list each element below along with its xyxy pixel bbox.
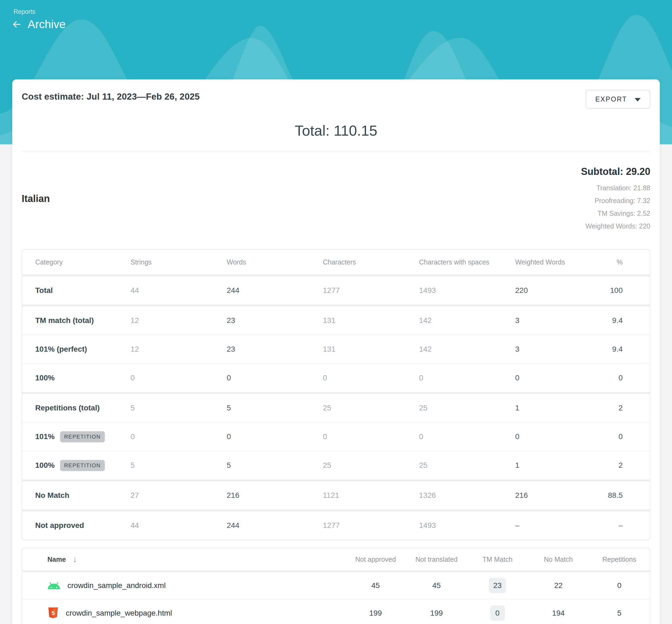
tm-match-badge: 23	[489, 578, 506, 593]
export-button-label: EXPORT	[595, 95, 627, 103]
words-value: 5	[227, 461, 323, 470]
characters-with-spaces-value: 0	[419, 432, 515, 441]
report-title: Cost estimate: Jul 11, 2023—Feb 26, 2025	[22, 92, 200, 102]
category-label: No Match	[35, 491, 69, 500]
words-value: 244	[227, 521, 323, 530]
category-cell: TM match (total)	[35, 316, 130, 325]
translation-cost: Translation: 21.88	[581, 182, 650, 194]
column-not-approved: Not approved	[345, 555, 406, 563]
repetitions-value: 0	[589, 581, 650, 590]
characters-with-spaces-value: 142	[419, 345, 515, 354]
subtotal-stack: Subtotal: 29.20 Translation: 21.88 Proof…	[581, 166, 650, 233]
column-not-translated: Not translated	[406, 555, 467, 563]
android-file-icon	[47, 581, 60, 590]
percent-value: –	[596, 521, 623, 530]
strings-value: 44	[130, 286, 227, 295]
characters-with-spaces-value: 142	[419, 316, 515, 325]
column-percent: %	[596, 258, 623, 266]
weighted-words-value: 3	[515, 316, 596, 325]
column-words: Words	[227, 258, 323, 266]
repetition-badge: REPETITION	[60, 431, 105, 442]
repetitions-value: 5	[589, 609, 650, 618]
file-name[interactable]: crowdin_sample_android.xml	[68, 581, 166, 590]
percent-value: 100	[596, 286, 623, 295]
category-table-row: 101% REPETITION 0 0 0 0 0 0	[22, 423, 650, 451]
column-characters-with-spaces: Characters with spaces	[419, 258, 515, 266]
strings-value: 44	[130, 521, 227, 530]
category-cell: Repetitions (total)	[35, 404, 130, 412]
subtotal-label: Subtotal:	[581, 166, 623, 177]
no-match-value: 194	[528, 609, 589, 618]
category-table-row: 100% 0 0 0 0 0 0	[22, 364, 650, 394]
column-name-sort[interactable]: Name ↓	[47, 555, 345, 564]
language-name: Italian	[22, 193, 50, 204]
words-value: 5	[227, 404, 323, 412]
column-name: Name	[47, 555, 66, 563]
characters-value: 0	[323, 373, 419, 382]
weighted-words-value: 216	[515, 491, 596, 500]
weighted-words-value: 1	[515, 461, 596, 470]
file-name[interactable]: crowdin_sample_webpage.html	[66, 609, 172, 618]
percent-value: 0	[596, 373, 623, 382]
category-table-row: 101% (perfect) 12 23 131 142 3 9.4	[22, 335, 650, 364]
characters-with-spaces-value: 25	[419, 404, 515, 412]
characters-with-spaces-value: 0	[419, 373, 515, 382]
not-approved-value: 45	[345, 581, 406, 590]
percent-value: 88.5	[596, 491, 623, 500]
category-table-row: TM match (total) 12 23 131 142 3 9.4	[22, 307, 650, 335]
breadcrumb[interactable]: Reports	[14, 8, 35, 16]
column-tm-match: TM Match	[467, 555, 528, 563]
tm-match-cell: 23	[467, 578, 528, 593]
back-arrow-icon[interactable]	[11, 19, 22, 29]
not-approved-value: 199	[345, 609, 406, 618]
category-cell: Total	[35, 286, 130, 295]
category-label: 100%	[35, 461, 55, 470]
category-cell: 101% (perfect)	[35, 345, 130, 354]
characters-value: 25	[323, 461, 419, 470]
repetition-badge: REPETITION	[60, 460, 105, 471]
file-row[interactable]: crowdin_sample_android.xml 45 45 23 22 0	[22, 572, 650, 600]
characters-value: 131	[323, 345, 419, 354]
category-table-row: Total 44 244 1277 1493 220 100	[22, 277, 650, 307]
characters-value: 25	[323, 404, 419, 412]
export-button[interactable]: EXPORT	[586, 90, 650, 108]
tm-savings: TM Savings: 2.52	[581, 207, 650, 220]
not-translated-value: 199	[406, 609, 467, 618]
characters-with-spaces-value: 25	[419, 461, 515, 470]
back-to-archive-link[interactable]: Archive	[11, 18, 66, 31]
page-title: Archive	[28, 18, 66, 31]
sort-descending-icon[interactable]: ↓	[73, 555, 77, 564]
weighted-words-value: 220	[515, 286, 596, 295]
files-table: Name ↓ Not approved Not translated TM Ma…	[22, 548, 650, 624]
characters-value: 1121	[323, 491, 419, 500]
strings-value: 12	[130, 316, 227, 325]
characters-value: 131	[323, 316, 419, 325]
category-table: Category Strings Words Characters Charac…	[22, 249, 650, 540]
strings-value: 12	[130, 345, 227, 354]
file-name-cell: 5 crowdin_sample_webpage.html	[47, 607, 345, 620]
column-category: Category	[35, 258, 130, 266]
category-label: TM match (total)	[35, 316, 94, 325]
strings-value: 27	[130, 491, 227, 500]
category-table-row: Repetitions (total) 5 5 25 25 1 2	[22, 394, 650, 423]
html-file-icon: 5	[47, 607, 59, 620]
cost-estimate-card: Cost estimate: Jul 11, 2023—Feb 26, 2025…	[12, 79, 660, 624]
file-row[interactable]: 5 crowdin_sample_webpage.html 199 199 0 …	[22, 600, 650, 624]
column-repetitions: Repetitions	[589, 555, 650, 563]
language-section: Italian Subtotal: 29.20 Translation: 21.…	[22, 152, 650, 249]
characters-with-spaces-value: 1493	[419, 286, 515, 295]
words-value: 244	[227, 286, 323, 295]
column-characters: Characters	[323, 258, 419, 266]
file-name-cell: crowdin_sample_android.xml	[47, 581, 345, 590]
characters-value: 0	[323, 432, 419, 441]
subtotal-value: 29.20	[626, 166, 650, 177]
proofreading-cost: Proofreading: 7.32	[581, 194, 650, 207]
no-match-value: 22	[528, 581, 589, 590]
tm-match-cell: 0	[467, 605, 528, 621]
category-table-row: No Match 27 216 1121 1326 216 88.5	[22, 481, 650, 511]
category-label: 101% (perfect)	[35, 345, 87, 354]
category-label: 101%	[35, 432, 55, 441]
category-cell: No Match	[35, 491, 130, 500]
characters-with-spaces-value: 1326	[419, 491, 515, 500]
svg-text:5: 5	[51, 609, 55, 617]
